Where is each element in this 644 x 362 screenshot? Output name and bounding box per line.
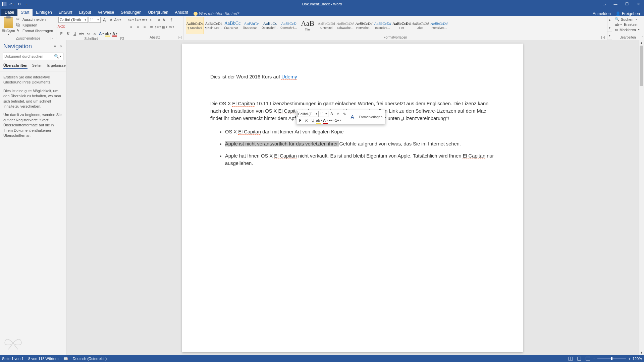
tab-mailings[interactable]: Sendungen [117, 9, 145, 16]
vertical-scrollbar[interactable]: ˄ ▲ ▼ [639, 40, 644, 355]
mini-numbering[interactable]: 1≡▼ [335, 117, 341, 123]
shrink-font-button[interactable]: A [108, 17, 114, 23]
style-hervorhe[interactable]: AaBbCcDdHervorhe… [355, 17, 373, 34]
tell-me-search[interactable]: Was möchten Sie tun? [194, 11, 239, 16]
mini-format-painter[interactable]: ✎ [341, 111, 347, 117]
nav-close-icon[interactable]: ✕ [59, 44, 63, 49]
font-color-button[interactable]: A▼ [112, 31, 118, 37]
styles-expand-icon[interactable]: ▼ [607, 32, 612, 40]
style-keinlee[interactable]: AaBbCcDd¶ Kein Lee… [205, 17, 223, 34]
mini-highlight[interactable]: ab▼ [316, 117, 322, 123]
mini-styles-label[interactable]: Formatvorlagen [357, 111, 384, 123]
style-fett[interactable]: AaBbCcDdFett [392, 17, 411, 34]
bullets-button[interactable]: •≡▼ [128, 17, 134, 23]
nav-tab-pages[interactable]: Seiten [32, 63, 43, 69]
hyperlink[interactable]: Udemy [281, 74, 297, 80]
style-titel[interactable]: AaBTitel [299, 17, 317, 34]
style-zitat[interactable]: AaBbCcDdZitat [411, 17, 429, 34]
tab-file[interactable]: Datei [1, 9, 17, 16]
mini-font-color[interactable]: A▼ [323, 117, 329, 123]
shading-button[interactable]: ▦▼ [162, 24, 168, 30]
undo-icon[interactable]: ↶▼ [9, 2, 14, 6]
paragraph[interactable]: Dies ist der Word 2016 Kurs auf Udemy [210, 73, 495, 80]
mini-shrink-font[interactable]: A [335, 111, 341, 117]
zoom-level[interactable]: 120% [633, 357, 642, 361]
clear-formatting-button[interactable]: A⌫ [58, 23, 64, 29]
scrollbar-thumb[interactable] [640, 46, 643, 86]
mini-underline[interactable]: U [310, 117, 316, 123]
copy-button[interactable]: Kopieren [15, 22, 54, 28]
redo-icon[interactable]: ↻ [17, 2, 21, 6]
tab-insert[interactable]: Einfügen [33, 9, 55, 16]
subscript-button[interactable]: x2 [85, 31, 91, 37]
select-button[interactable]: ▭ Markieren▼ [614, 27, 642, 32]
search-icon[interactable]: 🔍 [53, 53, 59, 59]
zoom-slider[interactable] [597, 358, 626, 359]
share-button[interactable]: 👤 Freigeben [615, 11, 640, 16]
align-center-button[interactable]: ≡ [135, 24, 141, 30]
mini-italic[interactable]: K [304, 117, 310, 123]
view-read-mode[interactable] [567, 356, 574, 361]
ribbon-display-options-icon[interactable]: ▭ [598, 0, 610, 8]
highlight-button[interactable]: ab▼ [105, 31, 111, 37]
superscript-button[interactable]: x2 [92, 31, 98, 37]
nav-dropdown-icon[interactable]: ▼ [53, 44, 57, 49]
spelling-error[interactable]: El Capitan [232, 101, 255, 107]
status-page[interactable]: Seite 1 von 1 [2, 357, 23, 361]
qat-customize-icon[interactable]: ▼ [24, 2, 29, 6]
tab-home[interactable]: Start [17, 9, 33, 16]
nav-tab-headings[interactable]: Überschriften [3, 63, 28, 69]
style-berschrif[interactable]: AaBbCcÜberschrif… [261, 17, 279, 34]
dialog-launcher-icon[interactable]: ↘ [178, 36, 181, 39]
cut-button[interactable]: Ausschneiden [15, 17, 54, 22]
view-web-layout[interactable] [585, 356, 591, 361]
list-item[interactable]: Apple hat Ihnen OS X El Capitan nicht ve… [225, 152, 495, 167]
restore-icon[interactable]: ❐ [621, 0, 633, 8]
selected-text[interactable]: Apple ist nicht verantwortlich für das v… [225, 141, 339, 146]
dialog-launcher-icon[interactable]: ↘ [601, 36, 605, 39]
close-icon[interactable]: ✕ [633, 0, 644, 8]
format-painter-button[interactable]: Format übertragen [15, 28, 54, 34]
tab-design[interactable]: Entwurf [55, 9, 76, 16]
style-schwache[interactable]: AaBbCcDdSchwache… [336, 17, 354, 34]
numbering-button[interactable]: 1≡▼ [135, 17, 141, 23]
list-item[interactable]: Apple ist nicht verantwortlich für das v… [225, 140, 495, 147]
style-berschrif[interactable]: AaBbCcDÜberschrif… [280, 17, 298, 34]
minimize-icon[interactable]: — [610, 0, 621, 8]
dialog-launcher-icon[interactable]: ↘ [51, 37, 54, 40]
decrease-indent-button[interactable]: ⇤ [148, 17, 154, 23]
tab-references[interactable]: Verweise [94, 9, 117, 16]
nav-search-box[interactable]: 🔍 ▼ [3, 53, 63, 60]
font-size-combo[interactable]: 11▼ [89, 17, 101, 23]
sort-button[interactable]: A↓ [162, 17, 168, 23]
styles-scroll-up-icon[interactable]: ▲ [607, 16, 612, 24]
show-marks-button[interactable]: ¶ [168, 17, 174, 23]
nav-search-input[interactable] [3, 54, 53, 58]
mini-font-size[interactable]: 11▼ [319, 111, 328, 117]
tab-layout[interactable]: Layout [75, 9, 94, 16]
find-button[interactable]: 🔍 Suchen▼ [614, 17, 642, 22]
text-effects-button[interactable]: A▼ [99, 31, 105, 37]
mini-bold[interactable]: F [297, 117, 303, 123]
underline-button[interactable]: U [72, 31, 78, 37]
style-standard[interactable]: AaBbCcDd¶ Standard [186, 17, 204, 34]
styles-scroll-down-icon[interactable]: ▼ [607, 24, 612, 32]
spelling-error[interactable]: El Capitan [274, 153, 297, 159]
borders-button[interactable]: ▭▼ [168, 24, 174, 30]
font-name-combo[interactable]: Calibri (Textk▼ [58, 17, 88, 23]
zoom-slider-thumb[interactable] [611, 357, 612, 360]
change-case-button[interactable]: Aa▼ [115, 17, 121, 23]
status-language[interactable]: Deutsch (Österreich) [73, 357, 107, 361]
style-untertitel[interactable]: AaBbCcDdUntertitel [317, 17, 335, 34]
scroll-down-icon[interactable]: ▼ [639, 350, 644, 355]
italic-button[interactable]: K [65, 31, 71, 37]
grow-font-button[interactable]: A [101, 17, 107, 23]
style-intensives[interactable]: AaBbCcDdIntensives… [430, 17, 448, 34]
style-berschrif[interactable]: AaBbCcÜberschrif… [223, 17, 241, 34]
spelling-error[interactable]: El Capitan [463, 153, 485, 159]
replace-button[interactable]: ab→ Ersetzen [614, 22, 642, 27]
zoom-out-button[interactable]: − [593, 357, 595, 361]
tab-view[interactable]: Ansicht [172, 9, 192, 16]
status-word-count[interactable]: 8 von 118 Wörtern [28, 357, 59, 361]
chevron-down-icon[interactable]: ▼ [59, 55, 63, 58]
